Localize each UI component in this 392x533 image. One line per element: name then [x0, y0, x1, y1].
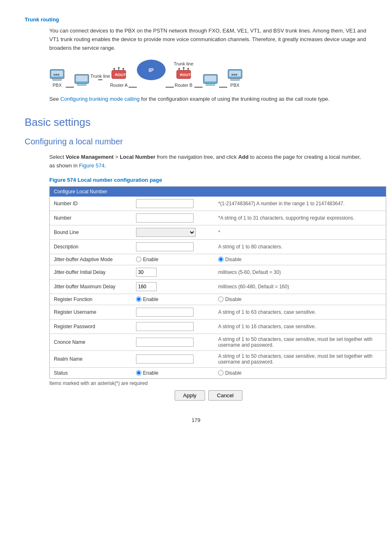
router-a-label: Router A — [110, 83, 128, 88]
number-id-label: Number ID — [50, 197, 132, 211]
register-password-input[interactable] — [136, 322, 194, 331]
register-password-row: Register Password A string of 1 to 16 ch… — [50, 319, 386, 334]
svg-point-12 — [113, 68, 115, 70]
jitter-adaptive-row: Jitter-buffer Adaptive Mode Enable Disab… — [50, 254, 386, 265]
router-b-label: Router B — [175, 83, 192, 88]
svg-point-21 — [183, 67, 184, 69]
pbx-right-icon: ▦▦▦ — [227, 67, 243, 83]
required-note: Items marked with an asterisk(*) are req… — [49, 380, 367, 386]
jitter-adaptive-disable-label[interactable]: Disable — [218, 257, 382, 262]
number-desc: *A string of 1 to 31 characters, support… — [214, 211, 386, 225]
register-username-label: Register Username — [50, 305, 132, 319]
register-username-row: Register Username A string of 1 to 63 ch… — [50, 305, 386, 319]
pbx-right-device: ▦▦▦ PBX — [227, 67, 243, 88]
jitter-adaptive-enable-label[interactable]: Enable — [136, 257, 210, 262]
trunk-line-left: Trunk line — [90, 74, 110, 80]
jitter-adaptive-enable-radio[interactable] — [136, 257, 141, 262]
svg-rect-24 — [205, 76, 216, 81]
bound-line-row: Bound Line * — [50, 225, 386, 239]
register-function-enable-label[interactable]: Enable — [136, 297, 210, 302]
configuring-trunking-link[interactable]: Configuring trunking mode calling — [60, 96, 140, 102]
jitter-initial-input-cell — [132, 265, 214, 279]
trunk-routing-diagram: ▦▦▦ PBX Trunk line — [49, 60, 367, 88]
jitter-max-input[interactable] — [136, 282, 157, 291]
status-label: Status — [50, 367, 132, 378]
status-input-cell: Enable — [132, 367, 214, 378]
number-input[interactable] — [136, 213, 194, 222]
register-username-input[interactable] — [136, 308, 194, 317]
apply-button[interactable]: Apply — [175, 390, 205, 401]
jitter-initial-desc: millisecs (5-60, Default = 30) — [214, 265, 386, 279]
register-function-enable-radio[interactable] — [136, 297, 141, 302]
jitter-initial-input[interactable] — [136, 268, 157, 277]
register-function-disable-radio[interactable] — [218, 297, 224, 302]
configure-local-number-form: Configure Local Number Number ID *(1-214… — [49, 186, 386, 379]
cancel-button[interactable]: Cancel — [208, 390, 242, 401]
description-input[interactable] — [136, 242, 194, 251]
trunk-routing-section: Trunk routing You can connect devices to… — [25, 16, 367, 104]
ip-cloud: IP — [137, 60, 166, 80]
svg-rect-28 — [231, 79, 240, 81]
number-row: Number *A string of 1 to 31 characters, … — [50, 211, 386, 225]
bound-line-label: Bound Line — [50, 225, 132, 239]
svg-point-22 — [187, 68, 189, 70]
cnonce-name-label: Cnonce Name — [50, 334, 132, 350]
form-table: Number ID *(1-2147483647) A number in th… — [50, 197, 386, 378]
svg-point-20 — [178, 68, 180, 70]
realm-name-row: Realm Name A string of 1 to 50 character… — [50, 350, 386, 367]
description-label: Description — [50, 239, 132, 254]
cnonce-name-input-cell — [132, 334, 214, 350]
pbx-left-device: ▦▦▦ PBX — [49, 67, 65, 88]
jitter-max-row: Jitter-buffer Maximum Delay millisecs (6… — [50, 279, 386, 294]
realm-name-desc: A string of 1 to 50 characters, case sen… — [214, 350, 386, 367]
number-label: Number — [50, 211, 132, 225]
jitter-adaptive-input-cell: Enable — [132, 254, 214, 265]
cnonce-name-input[interactable] — [136, 338, 194, 347]
status-disable-radio[interactable] — [218, 370, 224, 375]
router-a-icon: ROUTER — [110, 67, 127, 83]
connector-right-2 — [194, 87, 203, 88]
register-password-label: Register Password — [50, 319, 132, 334]
status-enable-radio[interactable] — [136, 370, 141, 375]
phone-left-2 — [74, 72, 90, 88]
svg-point-13 — [118, 67, 120, 69]
router-b-icon: ROUTER — [175, 67, 192, 83]
status-disable-label[interactable]: Disable — [218, 370, 382, 376]
cnonce-name-desc: A string of 1 to 50 characters, case sen… — [214, 334, 386, 350]
phone-left-2-icon — [74, 72, 90, 88]
jitter-adaptive-disable-radio[interactable] — [218, 257, 224, 262]
description-input-cell — [132, 239, 214, 254]
see-link-text: See Configuring trunking mode calling fo… — [49, 95, 367, 104]
svg-point-14 — [122, 68, 124, 70]
bound-line-select[interactable] — [136, 228, 196, 237]
config-body-text: Select Voice Management > Local Number f… — [49, 153, 367, 170]
configuring-local-number-heading: Configuring a local number — [25, 137, 367, 146]
register-password-desc: A string of 1 to 16 characters, case sen… — [214, 319, 386, 334]
register-username-desc: A string of 1 to 63 characters, case sen… — [214, 305, 386, 319]
trunk-routing-title: Trunk routing — [25, 16, 367, 23]
jitter-adaptive-label: Jitter-buffer Adaptive Mode — [50, 254, 132, 265]
realm-name-input[interactable] — [136, 355, 194, 364]
jitter-max-input-cell — [132, 279, 214, 294]
number-id-input[interactable] — [136, 199, 194, 208]
figure-label: Figure 574 Local number configuration pa… — [49, 177, 367, 183]
svg-text:▦▦▦: ▦▦▦ — [53, 73, 60, 76]
status-row: Status Enable Disable — [50, 367, 386, 378]
trunk-routing-body: You can connect devices to the PBX on th… — [49, 27, 367, 52]
svg-text:▦▦▦: ▦▦▦ — [231, 73, 238, 76]
register-function-disable-label[interactable]: Disable — [218, 297, 382, 302]
register-username-input-cell — [132, 305, 214, 319]
svg-text:ROUTER: ROUTER — [115, 73, 127, 77]
realm-name-input-cell — [132, 350, 214, 367]
pbx-left-label: PBX — [53, 83, 62, 88]
pbx-left-icon: ▦▦▦ — [49, 67, 65, 83]
jitter-max-desc: millisecs (60-480, Default = 160) — [214, 279, 386, 294]
form-button-row: Apply Cancel — [49, 390, 367, 401]
phone-right-1-icon — [203, 72, 218, 88]
status-enable-label[interactable]: Enable — [136, 370, 210, 376]
register-function-input-cell: Enable — [132, 294, 214, 305]
basic-settings-heading: Basic settings — [25, 116, 367, 129]
number-id-row: Number ID *(1-2147483647) A number in th… — [50, 197, 386, 211]
number-id-desc: *(1-2147483647) A number in the range 1 … — [214, 197, 386, 211]
figure-574-link[interactable]: Figure 574 — [79, 162, 104, 169]
